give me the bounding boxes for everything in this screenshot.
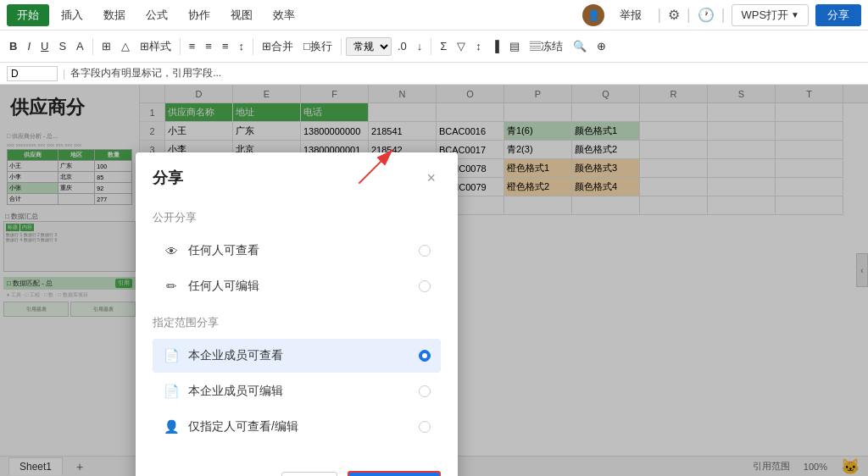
radio-company-edit[interactable]: [419, 385, 431, 397]
italic-button[interactable]: I: [23, 37, 35, 55]
merge-button[interactable]: ⊞合并: [258, 36, 298, 57]
share-option-edit-all[interactable]: ✏ 任何人可编辑: [153, 269, 441, 303]
line-height-button[interactable]: ↕: [235, 37, 249, 55]
share-option-company-view[interactable]: 📄 本企业成员可查看: [153, 339, 441, 373]
create-share-button[interactable]: 创建并分享: [348, 471, 441, 476]
more-button[interactable]: ⊕: [593, 37, 610, 55]
share-top-button[interactable]: 分享: [815, 4, 861, 26]
wps-open-label: WPS打开: [741, 8, 788, 23]
share-option-view-all-text: 任何人可查看: [188, 243, 419, 258]
menu-item-data[interactable]: 数据: [95, 4, 134, 26]
separator-icon: |: [657, 6, 661, 24]
menu-item-insert[interactable]: 插入: [53, 4, 92, 26]
filter-button[interactable]: ▽: [453, 37, 470, 55]
toolbar-divider4: [341, 38, 342, 55]
top-menu-bar: 开始 插入 数据 公式 协作 视图 效率 👤 举报 | ⚙ | 🕐 | WPS打…: [0, 0, 868, 30]
report-button[interactable]: 举报: [611, 4, 650, 26]
share-option-view-all[interactable]: 👁 任何人可查看: [153, 234, 441, 268]
dialog-title: 分享: [153, 168, 183, 188]
cell-reference-input[interactable]: [7, 66, 58, 81]
align-right-button[interactable]: ≡: [218, 37, 233, 55]
wps-open-button[interactable]: WPS打开 ▼: [732, 4, 809, 26]
radio-view-all[interactable]: [419, 245, 431, 257]
separator-icon3: |: [721, 6, 726, 24]
sort-button[interactable]: ↓: [413, 37, 427, 55]
restricted-share-label: 指定范围分享: [153, 315, 441, 330]
chevron-down-icon: ▼: [791, 10, 799, 19]
dialog-header: 分享 ×: [136, 152, 458, 196]
dialog-body: 公开分享 👁 任何人可查看 ✏ 任何人可编辑 指定范围分享: [136, 196, 458, 462]
person-icon: 👤: [163, 418, 180, 435]
fill-color-button[interactable]: △: [117, 37, 134, 55]
bold-button[interactable]: B: [5, 37, 21, 55]
share-option-company-edit[interactable]: 📄 本企业成员可编辑: [153, 374, 441, 408]
separator-icon2: |: [687, 6, 691, 24]
top-menu-right: 👤 举报 | ⚙ | 🕐 | WPS打开 ▼ 分享: [582, 4, 861, 26]
menu-item-collab[interactable]: 协作: [180, 4, 219, 26]
pencil-icon: ✏: [163, 278, 180, 295]
dialog-close-button[interactable]: ×: [421, 169, 441, 187]
content-wrapper: 供应商分 □ 供应商分析 - 总... xxx xxxxxxxx xxx xxx…: [0, 85, 868, 476]
dialog-overlay: 分享 × 公开分享 👁 任何人可查看 ✏ 任何人可编辑: [0, 85, 868, 476]
share-option-specific[interactable]: 👤 仅指定人可查看/编辑: [153, 410, 441, 444]
pivot-button[interactable]: ▤: [505, 37, 524, 55]
cancel-button[interactable]: 取消: [281, 472, 337, 476]
align-left-button[interactable]: ≡: [185, 37, 200, 55]
formula-separator: |: [63, 68, 65, 80]
menu-item-start[interactable]: 开始: [7, 4, 49, 26]
share-option-company-view-text: 本企业成员可查看: [188, 348, 419, 363]
format-select[interactable]: 常规 数值 文本: [346, 37, 392, 56]
radio-edit-all[interactable]: [419, 280, 431, 292]
eye-icon: 👁: [163, 242, 180, 259]
freeze-button[interactable]: ▤冻结: [526, 36, 567, 57]
share-option-edit-all-text: 任何人可编辑: [188, 279, 419, 294]
clock-icon[interactable]: 🕐: [698, 7, 715, 23]
app: 开始 插入 数据 公式 协作 视图 效率 👤 举报 | ⚙ | 🕐 | WPS打…: [0, 0, 868, 476]
toolbar-divider3: [253, 38, 253, 55]
share-option-specific-text: 仅指定人可查看/编辑: [188, 419, 419, 434]
menu-item-efficiency[interactable]: 效率: [264, 4, 303, 26]
share-dialog: 分享 × 公开分享 👁 任何人可查看 ✏ 任何人可编辑: [136, 152, 458, 476]
public-share-label: 公开分享: [153, 210, 441, 225]
radio-specific[interactable]: [419, 421, 431, 433]
menu-item-view[interactable]: 视图: [222, 4, 261, 26]
avatar: 👤: [582, 4, 604, 26]
search-button[interactable]: 🔍: [569, 37, 591, 55]
radio-company-view[interactable]: [419, 350, 431, 362]
toolbar-divider1: [92, 38, 93, 55]
toolbar-divider2: [180, 38, 181, 55]
share-option-company-edit-text: 本企业成员可编辑: [188, 384, 419, 399]
border-button[interactable]: ⊞: [97, 37, 115, 55]
settings-icon[interactable]: ⚙: [668, 7, 680, 23]
sum-button[interactable]: Σ: [436, 37, 451, 55]
document-edit-icon: 📄: [163, 383, 180, 400]
decimal-button[interactable]: .0: [393, 37, 411, 55]
strikethrough-button[interactable]: S: [54, 37, 70, 55]
align-center-button[interactable]: ≡: [201, 37, 216, 55]
document-icon: 📄: [163, 347, 180, 364]
formula-content: 各字段内有明显标记，引用字段...: [70, 66, 861, 80]
formula-bar: | 各字段内有明显标记，引用字段...: [0, 63, 868, 85]
dialog-footer: 取消 创建并分享: [136, 462, 458, 476]
style-button[interactable]: ⊞样式: [136, 36, 175, 57]
toolbar-divider5: [431, 38, 431, 55]
wrap-button[interactable]: □换行: [299, 36, 337, 57]
toolbar: B I U S A ⊞ △ ⊞样式 ≡ ≡ ≡ ↕ ⊞合并 □换行 常规 数值 …: [0, 30, 868, 63]
font-color-button[interactable]: A: [72, 37, 88, 55]
menu-item-formula[interactable]: 公式: [137, 4, 176, 26]
freeze-rows-button[interactable]: ↕: [471, 37, 486, 55]
chart-button[interactable]: ▐: [487, 37, 504, 55]
underline-button[interactable]: U: [36, 37, 53, 55]
